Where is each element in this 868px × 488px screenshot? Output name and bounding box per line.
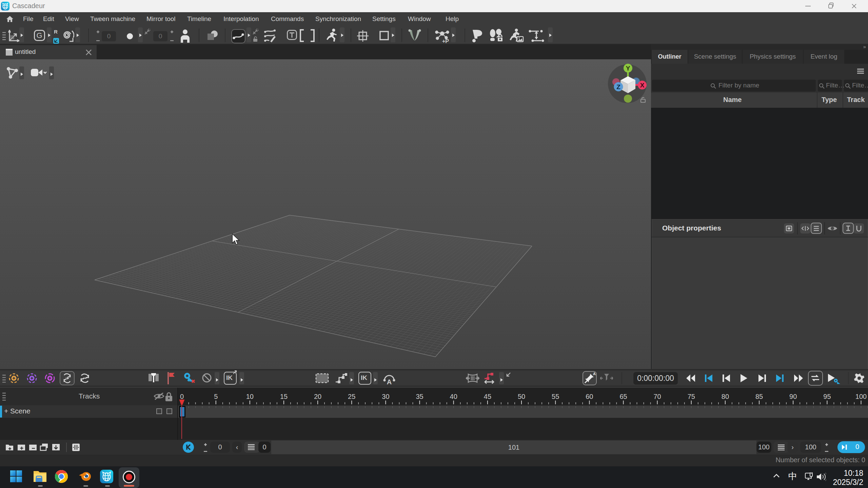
svg-text:5: 5	[214, 393, 218, 400]
svg-text:A: A	[387, 378, 392, 385]
svg-text:45: 45	[484, 393, 491, 400]
svg-text:35: 35	[416, 393, 423, 400]
svg-text:40: 40	[450, 393, 457, 400]
svg-text:65: 65	[619, 393, 627, 400]
svg-text:+P: +P	[442, 38, 449, 43]
svg-text:80: 80	[722, 393, 729, 400]
svg-text:X: X	[640, 82, 645, 89]
svg-text:60: 60	[586, 393, 593, 400]
svg-text:0: 0	[180, 393, 184, 400]
svg-text:75: 75	[688, 393, 695, 400]
svg-text:90: 90	[789, 393, 797, 400]
svg-text:Y: Y	[626, 65, 630, 72]
svg-text:95: 95	[823, 393, 831, 400]
svg-text:70: 70	[653, 393, 661, 400]
svg-text:85: 85	[755, 393, 763, 400]
svg-text:20: 20	[314, 393, 321, 400]
svg-text:100: 100	[855, 393, 867, 400]
svg-text:Z: Z	[616, 83, 620, 90]
svg-text:10: 10	[246, 393, 254, 400]
svg-text:A: A	[593, 372, 596, 376]
svg-text:G: G	[36, 31, 42, 40]
svg-text:55: 55	[552, 393, 559, 400]
svg-text:50: 50	[518, 393, 525, 400]
svg-text:30: 30	[382, 393, 389, 400]
svg-text:15: 15	[280, 393, 288, 400]
svg-text:25: 25	[348, 393, 355, 400]
